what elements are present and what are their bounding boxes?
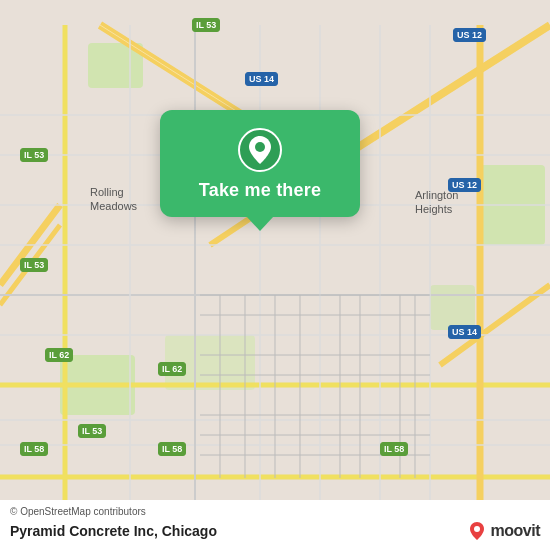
- road-badge-il53-top: IL 53: [192, 18, 220, 32]
- moovit-pin-icon: [466, 520, 488, 542]
- navigation-popup[interactable]: Take me there: [160, 110, 360, 217]
- moovit-brand-label: moovit: [491, 522, 540, 540]
- road-badge-il58-left: IL 58: [20, 442, 48, 456]
- road-badge-il53-br: IL 53: [78, 424, 106, 438]
- copyright-text: © OpenStreetMap contributors: [10, 506, 540, 517]
- road-badge-us14-right: US 14: [448, 325, 481, 339]
- moovit-logo: moovit: [466, 520, 540, 542]
- road-badge-il58-right: IL 58: [380, 442, 408, 456]
- svg-point-47: [255, 142, 265, 152]
- road-badge-il53-left: IL 53: [20, 258, 48, 272]
- road-badge-us12-top: US 12: [453, 28, 486, 42]
- road-badge-us14-top: US 14: [245, 72, 278, 86]
- take-me-there-button[interactable]: Take me there: [199, 180, 321, 201]
- area-label-rolling-meadows: RollingMeadows: [90, 185, 137, 214]
- svg-point-48: [474, 526, 480, 532]
- road-badge-il62-left: IL 62: [45, 348, 73, 362]
- bottom-bar: © OpenStreetMap contributors Pyramid Con…: [0, 500, 550, 550]
- road-badge-il53-mid: IL 53: [20, 148, 48, 162]
- location-name: Pyramid Concrete Inc, Chicago: [10, 523, 217, 539]
- location-pin-icon: [238, 128, 282, 172]
- map-container: IL 53 US 12 US 14 IL 53 IL 53 IL 62 IL 6…: [0, 0, 550, 550]
- svg-rect-5: [430, 285, 475, 330]
- road-badge-il62-mid: IL 62: [158, 362, 186, 376]
- area-label-arlington-heights: ArlingtonHeights: [415, 188, 458, 217]
- road-badge-il58-mid: IL 58: [158, 442, 186, 456]
